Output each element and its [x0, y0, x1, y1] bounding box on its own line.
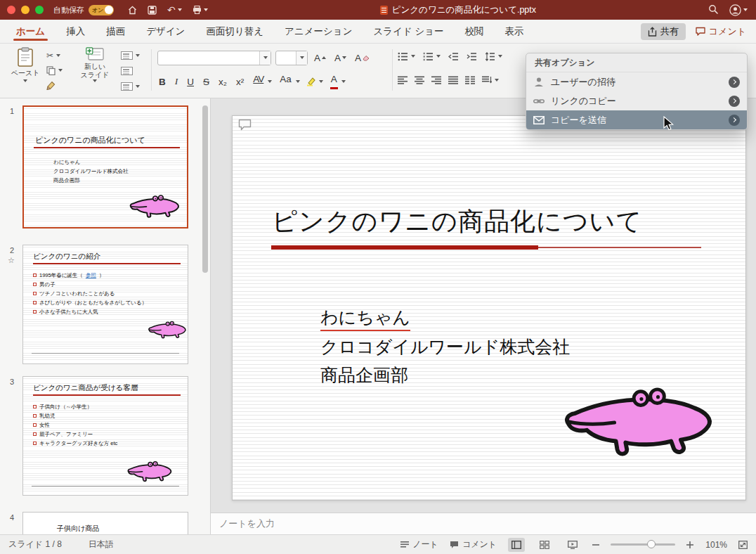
cut-button[interactable]: ✂ [46, 49, 63, 62]
zoom-button[interactable] [35, 6, 44, 14]
comments-button[interactable]: コメント [696, 25, 746, 38]
bold-button[interactable]: B [157, 74, 167, 89]
traffic-lights [0, 6, 51, 14]
minimize-button[interactable] [21, 6, 30, 14]
bullet-text: 男の子 [39, 280, 56, 289]
paste-button[interactable]: ペースト [7, 47, 44, 82]
subscript-button[interactable]: x₂ [217, 74, 228, 89]
menu-item-copy-link[interactable]: リンクのコピー [526, 91, 747, 110]
justify-button[interactable] [448, 76, 458, 84]
reset-button[interactable] [121, 65, 140, 77]
font-color-button[interactable]: A [330, 75, 346, 88]
tab-insert[interactable]: 挿入 [56, 20, 96, 43]
search-icon[interactable] [708, 4, 718, 16]
menu-item-invite-people[interactable]: ユーザーの招待 [526, 72, 747, 91]
character-spacing-button[interactable]: AV [252, 75, 272, 88]
increase-indent-button[interactable] [467, 52, 477, 61]
align-left-button[interactable] [398, 76, 408, 84]
slide-canvas[interactable]: ピンクのワニの商品化について わにちゃん クロコダイルワールド株式会社 商品企画… [232, 115, 746, 501]
tab-review[interactable]: 校閲 [455, 20, 495, 43]
menu-item-send-copy[interactable]: コピーを送信 [526, 110, 747, 129]
section-button[interactable] [121, 80, 140, 93]
fit-to-window-button[interactable] [738, 541, 748, 549]
font-name-dropdown[interactable] [259, 51, 271, 65]
share-icon [648, 27, 657, 37]
grow-font-button[interactable]: A [312, 50, 328, 65]
home-icon[interactable] [128, 6, 137, 15]
shrink-font-button[interactable]: A [332, 50, 348, 65]
autosave-control: 自動保存 オン [53, 5, 114, 15]
comment-marker-icon[interactable] [238, 119, 252, 131]
align-center-button[interactable] [415, 76, 424, 84]
paragraph-group-row1 [398, 50, 502, 63]
copy-button[interactable] [46, 64, 63, 77]
language-indicator[interactable]: 日本語 [89, 539, 114, 550]
decrease-indent-button[interactable] [448, 52, 459, 61]
bullet-text: キャラクターグッズ好きな方 etc [39, 439, 117, 448]
chevron-down-icon [319, 80, 323, 83]
zoom-out-button[interactable] [592, 541, 599, 548]
slide-body-text[interactable]: わにちゃん クロコダイルワールド株式会社 商品企画部 [320, 304, 570, 389]
zoom-slider[interactable] [611, 543, 675, 546]
tab-design[interactable]: デザイン [136, 20, 195, 43]
tab-draw[interactable]: 描画 [96, 20, 136, 43]
slide-thumbnail-1[interactable]: ピンクのワニの商品化について わにちゃん クロコダイルワールド株式会社 商品企画… [22, 105, 188, 228]
underline-button[interactable]: U [185, 74, 195, 89]
bullet-text: ） [99, 271, 105, 280]
save-icon[interactable] [148, 6, 157, 15]
line-spacing-button[interactable] [485, 50, 502, 63]
change-case-button[interactable]: Aa [278, 75, 300, 88]
slide-title[interactable]: ピンクのワニの商品化について [272, 205, 642, 239]
layout-button[interactable] [121, 49, 140, 62]
highlight-button[interactable] [306, 75, 323, 88]
pink-crocodile-drawing[interactable] [559, 383, 718, 466]
close-button[interactable] [7, 6, 15, 14]
tab-animations[interactable]: アニメーション [274, 20, 363, 43]
zoom-slider-thumb[interactable] [647, 540, 656, 548]
notes-toggle-button[interactable]: ノート [400, 539, 438, 550]
columns-icon [465, 76, 475, 84]
thumbnails-scrollbar[interactable] [202, 105, 208, 273]
slide-thumbnail-2[interactable]: ピンクのワニの紹介 1995年春に誕生（参照） 男の子 ツチノコといわれたことが… [22, 245, 188, 364]
italic-button[interactable]: I [174, 74, 180, 89]
zoom-in-button[interactable] [686, 541, 693, 548]
comments-toggle-button[interactable]: コメント [450, 539, 497, 550]
highlighter-icon [306, 77, 316, 86]
superscript-button[interactable]: x² [235, 74, 245, 89]
slide-editor-area: ピンクのワニの商品化について わにちゃん クロコダイルワールド株式会社 商品企画… [211, 98, 756, 513]
autosave-state: オン [92, 6, 103, 14]
slide-thumbnail-4[interactable]: 子供向け商品 [22, 512, 188, 534]
align-right-button[interactable] [431, 76, 441, 84]
thumb4-title: 子供向け商品 [57, 524, 188, 534]
font-size-combobox[interactable] [275, 51, 308, 65]
numbering-button[interactable] [423, 50, 441, 63]
text-direction-button[interactable] [482, 74, 499, 86]
font-size-dropdown[interactable] [296, 51, 307, 65]
tab-slideshow[interactable]: スライド ショー [363, 20, 454, 43]
autosave-toggle[interactable]: オン [89, 5, 114, 15]
undo-button[interactable]: ↶ [167, 5, 182, 15]
clear-formatting-button[interactable]: A [353, 50, 372, 65]
tab-home[interactable]: ホーム [6, 20, 56, 43]
normal-view-button[interactable] [508, 538, 525, 552]
strikethrough-button[interactable]: S [202, 74, 211, 89]
account-button[interactable] [729, 4, 748, 16]
envelope-icon [533, 116, 545, 124]
slide-thumbnail-3[interactable]: ピンクのワニ商品が受ける客層 子供向け（～小学生） 乳幼児 女性 親子ペア、ファ… [22, 376, 188, 496]
slide-sorter-view-button[interactable] [536, 538, 553, 552]
new-slide-button[interactable]: 新しい スライド [74, 47, 115, 82]
share-button[interactable]: 共有 [641, 23, 686, 40]
zoom-percentage[interactable]: 101% [705, 540, 727, 550]
format-painter-button[interactable] [46, 79, 63, 91]
columns-button[interactable] [465, 76, 475, 84]
slideshow-view-button[interactable] [564, 538, 581, 552]
font-name-combobox[interactable] [157, 51, 271, 65]
menu-item-label: リンクのコピー [551, 95, 616, 108]
tab-transitions[interactable]: 画面切り替え [195, 20, 274, 43]
chevron-down-icon [341, 80, 346, 83]
tab-view[interactable]: 表示 [495, 20, 535, 43]
bullets-button[interactable] [398, 50, 415, 63]
notes-input[interactable]: ノートを入力 [211, 513, 756, 534]
new-slide-label2: スライド [81, 71, 110, 79]
print-button[interactable] [193, 6, 208, 14]
